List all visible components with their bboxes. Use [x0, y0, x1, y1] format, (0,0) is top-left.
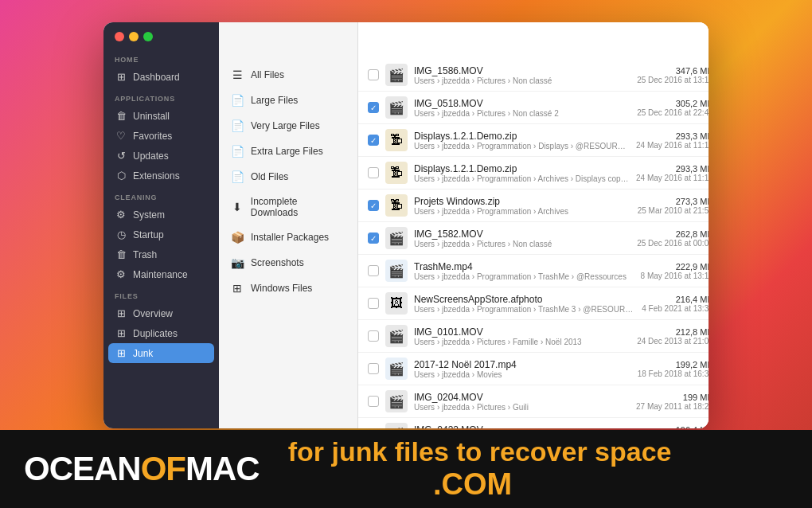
category-windows-files[interactable]: ⊞ Windows Files [219, 275, 357, 301]
file-size: 216,4 MB [642, 295, 709, 304]
sidebar-item-duplicates[interactable]: ⊞ Duplicates [103, 323, 219, 343]
category-extra-large-files[interactable]: 📄 Extra Large Files [219, 139, 357, 164]
brand-mac: MAC [185, 450, 260, 488]
file-checkbox[interactable]: ✓ [368, 135, 379, 146]
table-row[interactable]: 🎬IMG_0204.MOVUsers › jbzedda › Pictures … [358, 385, 709, 418]
system-icon: ⚙ [115, 209, 127, 221]
file-info: IMG_0518.MOVUsers › jbzedda › Pictures ›… [414, 98, 630, 118]
table-row[interactable]: 🖼NewScreensAppStore.afphotoUsers › jbzed… [358, 287, 709, 320]
file-thumbnail: 🎬 [385, 325, 408, 347]
brand-section: OCEAN OF MAC for junk files to recover s… [24, 436, 788, 502]
sidebar-section-applications: APPLICATIONS [103, 87, 219, 106]
file-checkbox[interactable] [368, 330, 379, 342]
category-old-files[interactable]: 📄 Old Files [219, 164, 357, 190]
maximize-button[interactable] [143, 32, 153, 41]
file-size: 273,3 MB [638, 197, 709, 206]
sidebar-item-overview[interactable]: ⊞ Overview [103, 303, 219, 323]
file-thumbnail: 🎬 [385, 423, 408, 428]
sidebar-item-label: Trash [133, 249, 157, 260]
extensions-icon: ⬡ [115, 170, 127, 182]
file-checkbox[interactable] [368, 298, 379, 309]
minimize-button[interactable] [129, 32, 139, 41]
sidebar-item-extensions[interactable]: ⬡ Extensions [103, 166, 219, 186]
file-name: 2017-12 Noël 2017.mp4 [414, 359, 631, 370]
incomplete-downloads-icon: ⬇ [230, 201, 244, 213]
file-size: 212,8 MB [637, 327, 709, 337]
file-thumbnail: 🗜 [385, 162, 408, 184]
file-info: IMG_1582.MOVUsers › jbzedda › Pictures ›… [414, 229, 630, 248]
sidebar-item-label: Overview [133, 308, 173, 319]
category-very-large-files[interactable]: 📄 Very Large Files [219, 113, 357, 139]
main-content: ‹ Junk ↺ ⊟ ‹ › Sort ▾ ⊞ 🔍 ☰ [219, 22, 709, 428]
dashboard-icon: ⊞ [115, 71, 127, 83]
brand-ocean: OCEAN [24, 450, 141, 488]
category-incomplete-downloads[interactable]: ⬇ Incomplete Downloads [219, 190, 357, 225]
file-thumbnail: 🎬 [385, 260, 408, 282]
file-checkbox[interactable]: ✓ [368, 200, 379, 211]
category-label: Incomplete Downloads [251, 196, 346, 218]
brand: OCEAN OF MAC [24, 450, 260, 488]
category-label: Extra Large Files [251, 146, 323, 157]
file-name: IMG_0204.MOV [414, 392, 630, 403]
duplicates-icon: ⊞ [115, 327, 127, 339]
file-info: IMG_1586.MOVUsers › jbzedda › Pictures ›… [414, 65, 630, 85]
file-info: IMG_0433.MOVUsers › jbzedda › Pictures ›… [414, 424, 630, 429]
sidebar-item-startup[interactable]: ◷ Startup [103, 225, 219, 244]
sidebar-item-trash[interactable]: 🗑 Trash [103, 244, 219, 264]
file-thumbnail: 🗜 [385, 129, 408, 151]
maintenance-icon: ⚙ [115, 268, 127, 280]
file-meta: 199,2 MB18 Feb 2018 at 16:33 [638, 360, 709, 378]
category-label: Large Files [251, 95, 298, 106]
file-name: IMG_0518.MOV [414, 98, 630, 109]
file-checkbox[interactable] [368, 265, 379, 276]
file-checkbox[interactable]: ✓ [368, 102, 379, 113]
file-checkbox[interactable]: ✓ [368, 233, 379, 244]
category-all-files[interactable]: ☰ All Files [219, 62, 357, 88]
file-checkbox[interactable] [368, 396, 379, 407]
table-row[interactable]: ✓🎬IMG_1582.MOVUsers › jbzedda › Pictures… [358, 222, 709, 255]
file-path: Users › jbzedda › Movies [414, 370, 631, 379]
file-info: Displays.1.2.1.Demo.zipUsers › jbzedda ›… [414, 163, 630, 183]
file-name: Displays.1.2.1.Demo.zip [414, 163, 630, 174]
sidebar-item-system[interactable]: ⚙ System [103, 205, 219, 225]
table-row[interactable]: ✓🗜Displays.1.2.1.Demo.zipUsers › jbzedda… [358, 124, 709, 157]
file-date: 25 Mar 2010 at 21:53 [638, 206, 709, 215]
file-info: IMG_0204.MOVUsers › jbzedda › Pictures ›… [414, 392, 630, 412]
file-path: Users › jbzedda › Programmation › Archiv… [414, 207, 631, 216]
file-path: Users › jbzedda › Pictures › Guili [414, 403, 630, 412]
sidebar-item-favorites[interactable]: ♡ Favorites [103, 126, 219, 146]
category-screenshots[interactable]: 📷 Screenshots [219, 250, 357, 275]
category-large-files[interactable]: 📄 Large Files [219, 88, 357, 113]
table-row[interactable]: ✓🎬IMG_0518.MOVUsers › jbzedda › Pictures… [358, 92, 709, 124]
table-row[interactable]: 🗜Displays.1.2.1.Demo.zipUsers › jbzedda … [358, 157, 709, 190]
close-button[interactable] [115, 32, 124, 41]
table-row[interactable]: 🎬2017-12 Noël 2017.mp4Users › jbzedda › … [358, 353, 709, 385]
table-row[interactable]: 🎬IMG_0101.MOVUsers › jbzedda › Pictures … [358, 320, 709, 353]
sidebar-item-junk[interactable]: ⊞ Junk [108, 343, 214, 363]
file-checkbox[interactable] [368, 363, 379, 374]
file-path: Users › jbzedda › Pictures › Non classé … [414, 109, 630, 118]
table-row[interactable]: ✓🗜Projets Windows.zipUsers › jbzedda › P… [358, 190, 709, 222]
sidebar-item-updates[interactable]: ↺ Updates [103, 146, 219, 166]
favorites-icon: ♡ [115, 130, 127, 142]
table-row[interactable]: 🎬TrashMe.mp4Users › jbzedda › Programmat… [358, 255, 709, 287]
sidebar-item-dashboard[interactable]: ⊞ Dashboard [103, 67, 219, 87]
file-checkbox[interactable] [368, 167, 379, 178]
sidebar-item-uninstall[interactable]: 🗑 Uninstall [103, 106, 219, 126]
category-installer-packages[interactable]: 📦 Installer Packages [219, 225, 357, 250]
sidebar-item-label: Dashboard [133, 72, 180, 83]
file-meta: 293,3 MB24 May 2016 at 11:19 [636, 131, 709, 150]
sidebar-item-label: Startup [133, 229, 164, 240]
sidebar-item-label: Extensions [133, 170, 180, 182]
table-row[interactable]: 🎬IMG_1586.MOVUsers › jbzedda › Pictures … [358, 59, 709, 92]
file-checkbox[interactable] [368, 69, 379, 80]
sidebar-section-cleaning: CLEANING [103, 186, 219, 205]
file-date: 27 May 2011 at 18:27 [636, 402, 709, 411]
category-label: Installer Packages [251, 232, 329, 243]
file-info: Projets Windows.zipUsers › jbzedda › Pro… [414, 196, 631, 216]
sidebar-item-maintenance[interactable]: ⚙ Maintenance [103, 264, 219, 284]
uninstall-icon: 🗑 [115, 110, 127, 122]
file-thumbnail: 🗜 [385, 194, 408, 217]
table-row[interactable]: 🎬IMG_0433.MOVUsers › jbzedda › Pictures … [358, 418, 709, 428]
file-date: 24 May 2016 at 11:19 [636, 141, 709, 150]
